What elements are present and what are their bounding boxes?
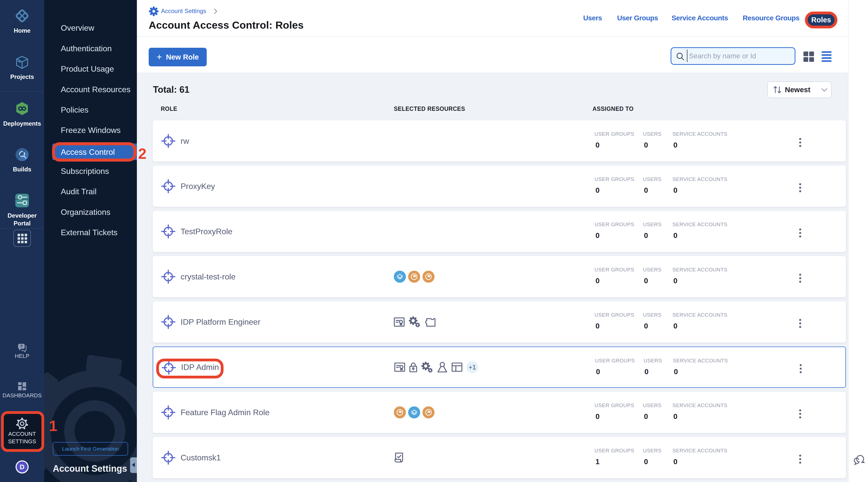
svg-text:?: ? — [20, 344, 23, 349]
